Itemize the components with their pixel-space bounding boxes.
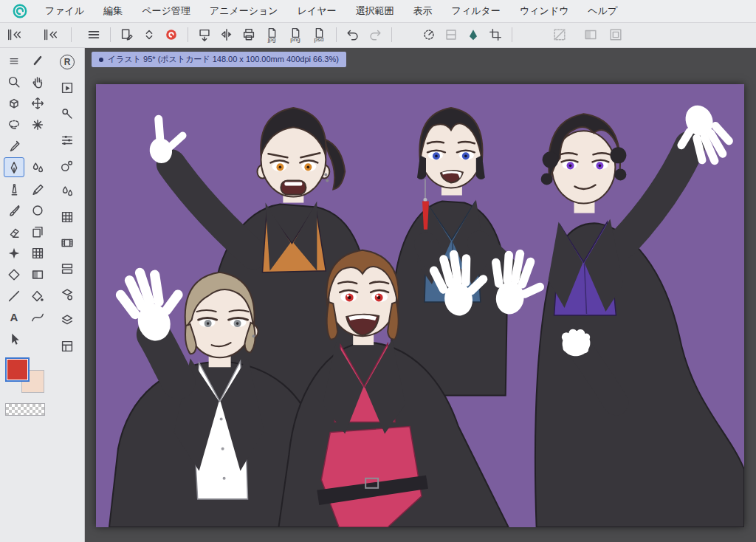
export-png-button[interactable]: png — [284, 24, 307, 46]
app-logo-icon[interactable] — [12, 3, 28, 19]
layer-gear-icon — [60, 287, 75, 302]
eraser-tool[interactable] — [4, 222, 24, 241]
menu-filter[interactable]: フィルター — [442, 0, 510, 22]
paint-bucket-icon — [30, 289, 45, 303]
document-canvas[interactable] — [96, 84, 744, 527]
hand-tool[interactable] — [27, 72, 48, 92]
move-tool[interactable] — [27, 93, 48, 113]
export-png-label: png — [290, 37, 300, 43]
marker-icon — [7, 182, 21, 196]
undo-button[interactable] — [342, 24, 364, 45]
main-menu-button[interactable] — [83, 24, 105, 45]
fill-tool[interactable] — [27, 286, 48, 306]
menu-edit[interactable]: 編集 — [94, 0, 132, 22]
curve-tool[interactable] — [27, 307, 48, 327]
toolbar-separator — [336, 27, 337, 42]
toolbar-separator — [512, 27, 512, 42]
toolbar-separator — [391, 27, 392, 42]
lasso-tool[interactable] — [4, 114, 24, 134]
operation-tool[interactable] — [4, 93, 24, 113]
rotate-reset-button[interactable] — [418, 24, 440, 45]
film-icon — [60, 236, 75, 250]
tool-palette: A — [0, 47, 51, 542]
material-panel-button[interactable] — [58, 208, 76, 226]
decoration-tool[interactable] — [4, 243, 24, 263]
toolbar-separator — [110, 27, 111, 42]
sub-dock-collapse-handle[interactable] — [43, 28, 59, 41]
transparent-color-swatch[interactable] — [5, 403, 45, 416]
sub-tool-button[interactable] — [58, 105, 76, 123]
play-rect-icon — [60, 80, 75, 95]
eyedropper-icon — [7, 139, 21, 154]
slash-tool-button[interactable] — [27, 50, 48, 70]
trim-button[interactable] — [484, 24, 506, 45]
object-tool[interactable] — [4, 329, 24, 349]
layer-search-button[interactable] — [58, 286, 76, 303]
material-button[interactable] — [462, 24, 484, 45]
curve-icon — [30, 310, 45, 325]
brush-tool[interactable] — [4, 200, 24, 220]
pencil-tool[interactable] — [27, 179, 48, 199]
canvas-container — [96, 84, 744, 527]
wrench-icon — [60, 106, 75, 121]
layer-panel-button[interactable] — [58, 312, 76, 329]
snap-icon — [444, 27, 458, 42]
watercolor-tool[interactable] — [27, 157, 48, 177]
export-psd-button[interactable]: psd — [307, 24, 331, 46]
open-clip-studio-button[interactable] — [160, 24, 182, 45]
menu-selection[interactable]: 選択範囲 — [346, 0, 404, 22]
move-arrows-icon — [30, 96, 45, 111]
timeline-button[interactable] — [58, 234, 76, 252]
tool-palette-menu-button[interactable] — [4, 50, 24, 70]
flip-canvas-button[interactable] — [216, 24, 238, 45]
redo-button[interactable] — [364, 24, 386, 45]
pen-tool[interactable] — [4, 157, 24, 177]
layer-property-button[interactable] — [58, 260, 76, 278]
cube-icon — [7, 96, 21, 111]
information-button[interactable] — [58, 337, 76, 355]
paper-tool[interactable] — [27, 222, 48, 241]
airbrush-tool[interactable] — [4, 179, 24, 199]
menu-window[interactable]: ウィンドウ — [510, 0, 579, 22]
line-icon — [7, 289, 21, 303]
new-canvas-button[interactable] — [116, 24, 138, 45]
line-tool[interactable] — [4, 286, 24, 306]
balloon-tool[interactable] — [4, 264, 24, 284]
tool-property-button[interactable] — [58, 131, 76, 148]
cursor-icon — [7, 332, 21, 346]
print-button[interactable] — [238, 24, 260, 45]
document-tab[interactable]: イラスト 95* (ポストカード 148.00 x 100.00mm 400dp… — [92, 52, 346, 67]
hamburger-icon — [86, 27, 101, 42]
export-jpg-label: jpg — [268, 37, 276, 43]
import-button[interactable] — [193, 24, 216, 45]
sort-order-icon — [142, 27, 157, 42]
text-tool[interactable]: A — [4, 307, 24, 327]
menu-help[interactable]: ヘルプ — [578, 0, 627, 22]
pattern-tool[interactable] — [27, 243, 48, 263]
export-jpg-button[interactable]: jpg — [260, 24, 284, 46]
figure-tool[interactable] — [27, 200, 48, 220]
main-color-swatch[interactable] — [5, 357, 30, 382]
menu-page-manage[interactable]: ページ管理 — [132, 0, 200, 22]
menu-file[interactable]: ファイル — [35, 0, 94, 22]
redo-icon — [368, 27, 382, 42]
menu-view[interactable]: 表示 — [404, 0, 442, 22]
auto-action-button[interactable] — [58, 79, 76, 97]
empty-tool-slot — [27, 329, 48, 349]
gradient-tool[interactable] — [27, 264, 48, 284]
quick-access-button[interactable]: R — [58, 53, 76, 71]
pencil-icon — [30, 182, 45, 196]
auto-select-tool[interactable] — [27, 114, 48, 134]
tool-dock-collapse-handle[interactable] — [7, 28, 23, 41]
menu-animation[interactable]: アニメーション — [200, 0, 288, 22]
zoom-tool[interactable] — [4, 72, 24, 92]
frame-border-button[interactable] — [605, 24, 627, 45]
menu-layer[interactable]: レイヤー — [288, 0, 346, 22]
snap-button[interactable] — [440, 24, 462, 45]
selection-launcher-button[interactable] — [549, 24, 571, 45]
page-order-button[interactable] — [138, 24, 160, 45]
brush-size-button[interactable] — [58, 157, 76, 174]
color-mix-button[interactable] — [58, 182, 76, 200]
eyedropper-tool[interactable] — [4, 136, 24, 156]
gradient-map-button[interactable] — [580, 24, 602, 45]
